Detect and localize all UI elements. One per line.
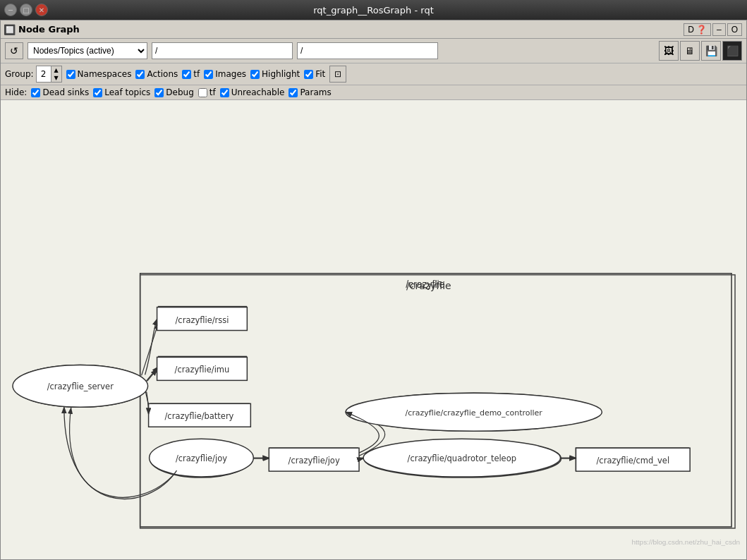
actions-checkbox[interactable] bbox=[135, 70, 145, 79]
images-checkbox-label[interactable]: Images bbox=[204, 69, 246, 79]
o-button[interactable]: O bbox=[727, 23, 742, 36]
hide-leaf-topics-label[interactable]: Leaf topics bbox=[93, 87, 150, 97]
actions-checkbox-label[interactable]: Actions bbox=[135, 69, 178, 79]
group-spinner[interactable]: 2 ▲ ▼ bbox=[36, 66, 62, 83]
edge-joy-node-quadrotor bbox=[358, 458, 364, 459]
hide-debug-label[interactable]: Debug bbox=[154, 87, 193, 97]
hide-params-label[interactable]: Params bbox=[289, 87, 331, 97]
images-checkbox[interactable] bbox=[204, 70, 213, 79]
outer-group-label: /crazyflie bbox=[406, 279, 444, 290]
filter1-input[interactable] bbox=[152, 42, 293, 59]
minus-button[interactable]: – bbox=[712, 23, 726, 36]
hide-unreachable-checkbox[interactable] bbox=[220, 88, 229, 97]
minimize-button[interactable]: ─ bbox=[4, 4, 17, 16]
hide-tf-checkbox[interactable] bbox=[198, 88, 207, 97]
theme-button[interactable]: ⬛ bbox=[722, 41, 742, 61]
hide-leaf-topics-checkbox[interactable] bbox=[93, 88, 102, 97]
toolbar-right-buttons: 🖼 🖥 💾 ⬛ bbox=[659, 41, 742, 61]
monitor-button[interactable]: 🖥 bbox=[680, 41, 700, 61]
tf-checkbox-label[interactable]: tf bbox=[182, 69, 200, 79]
server-node-label: /crazyflie_server bbox=[49, 382, 111, 391]
graph-svg: /crazyflie /crazyflie_server /crazyflie/… bbox=[1, 100, 746, 559]
imu-node-label: /crazyflie/imu bbox=[178, 363, 228, 373]
battery-node-label: /crazyflie/battery bbox=[169, 410, 231, 420]
fit-checkbox[interactable] bbox=[304, 70, 313, 79]
maximize-button[interactable]: □ bbox=[20, 4, 32, 16]
namespaces-checkbox[interactable] bbox=[66, 70, 75, 79]
refresh-button[interactable]: ↺ bbox=[5, 42, 23, 59]
title-bar: ─ □ ✕ rqt_graph__RosGraph - rqt bbox=[0, 0, 747, 20]
rssi-node-label: /crazyflie/rssi bbox=[178, 314, 227, 324]
window-title: rqt_graph__RosGraph - rqt bbox=[56, 5, 691, 16]
hide-params-checkbox[interactable] bbox=[289, 88, 298, 97]
group-label: Group: 2 ▲ ▼ bbox=[5, 66, 62, 83]
header-buttons: D❓ – O bbox=[682, 22, 743, 37]
screenshot-button[interactable]: 🖼 bbox=[659, 41, 679, 61]
spin-down[interactable]: ▼ bbox=[51, 74, 61, 82]
hide-debug-checkbox[interactable] bbox=[154, 88, 164, 97]
joy-node-label: /crazyflie/joy bbox=[290, 455, 336, 465]
tf-checkbox[interactable] bbox=[182, 70, 191, 79]
demo-controller-label: /crazyflie/crazyflie_demo_controller bbox=[408, 408, 540, 418]
edge-server-rssi bbox=[142, 323, 159, 376]
hide-dead-sinks-checkbox[interactable] bbox=[31, 88, 40, 97]
edge-server-imu bbox=[145, 366, 159, 382]
joy-topic-label: /crazyflie/joy bbox=[178, 454, 224, 464]
spin-up[interactable]: ▲ bbox=[51, 66, 61, 74]
cmd-vel-label: /crazyflie/cmd_vel bbox=[599, 455, 666, 465]
filter2-input[interactable] bbox=[297, 42, 438, 59]
highlight-checkbox-label[interactable]: Highlight bbox=[250, 69, 300, 79]
quadrotor-label: /crazyflie/quadrotor_teleop bbox=[413, 454, 512, 464]
hide-tf-label[interactable]: tf bbox=[198, 87, 216, 97]
view-mode-dropdown[interactable]: Nodes only Nodes/Topics (active) Nodes/T… bbox=[28, 42, 147, 59]
plugin-label: Node Graph bbox=[18, 24, 80, 35]
highlight-checkbox[interactable] bbox=[250, 70, 260, 79]
hide-dead-sinks-label[interactable]: Dead sinks bbox=[31, 87, 89, 97]
hide-unreachable-label[interactable]: Unreachable bbox=[220, 87, 285, 97]
fit-checkbox-label[interactable]: Fit bbox=[304, 69, 325, 79]
toolbar-row: ↺ Nodes only Nodes/Topics (active) Nodes… bbox=[1, 39, 746, 63]
save-button[interactable]: 💾 bbox=[701, 41, 721, 61]
help-button[interactable]: D❓ bbox=[684, 23, 711, 36]
fit-icon-button[interactable]: ⊡ bbox=[329, 66, 346, 83]
graph-area[interactable]: /crazyflie /crazyflie_server /crazyflie/… bbox=[1, 100, 746, 559]
namespaces-checkbox-label[interactable]: Namespaces bbox=[66, 69, 132, 79]
edge-server-battery bbox=[145, 389, 151, 414]
close-button[interactable]: ✕ bbox=[35, 4, 48, 16]
header-row: 🔲 Node Graph D❓ – O bbox=[1, 20, 746, 39]
group-options-row: Group: 2 ▲ ▼ Namespaces Actions tf Image… bbox=[1, 63, 746, 85]
hide-row: Hide: Dead sinks Leaf topics Debug tf Un… bbox=[1, 85, 746, 100]
